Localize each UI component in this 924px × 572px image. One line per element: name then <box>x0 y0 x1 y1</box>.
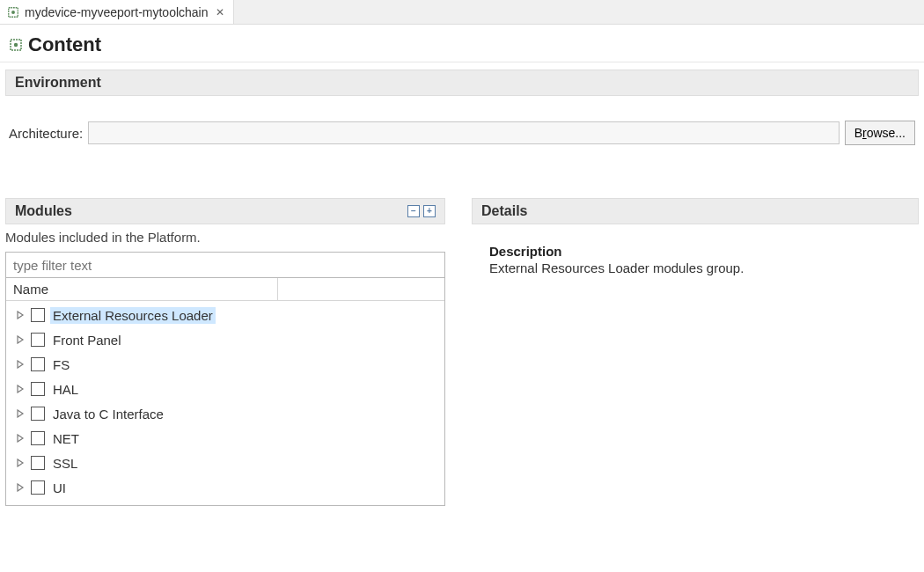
module-checkbox[interactable] <box>31 308 45 322</box>
chevron-right-icon[interactable] <box>15 482 26 493</box>
module-tree-row[interactable]: NET <box>6 426 444 451</box>
module-label: FS <box>50 356 72 373</box>
modules-header-label: Modules <box>15 203 72 219</box>
chevron-right-icon[interactable] <box>15 458 26 468</box>
environment-section: Environment Architecture: Browse... <box>5 70 919 154</box>
expand-all-icon[interactable]: + <box>423 205 436 217</box>
architecture-label: Architecture: <box>9 126 83 141</box>
module-tree-row[interactable]: Front Panel <box>6 327 444 352</box>
svg-point-1 <box>11 11 15 14</box>
module-checkbox[interactable] <box>31 431 45 445</box>
chevron-right-icon[interactable] <box>15 334 26 345</box>
module-tree-row[interactable]: FS <box>6 352 444 377</box>
architecture-input[interactable] <box>88 121 839 144</box>
modules-section: Modules − + Modules included in the Plat… <box>5 198 445 506</box>
module-tree-row[interactable]: External Resources Loader <box>6 303 444 327</box>
details-description-text: External Resources Loader modules group. <box>489 260 919 275</box>
environment-body: Architecture: Browse... <box>5 96 919 154</box>
page-title: Content <box>28 33 101 56</box>
module-label: Java to C Interface <box>50 406 166 422</box>
details-section: Details Description External Resources L… <box>472 198 919 506</box>
details-header-label: Details <box>481 203 527 219</box>
module-tree-row[interactable]: Java to C Interface <box>6 401 444 426</box>
modules-tree: Name External Resources LoaderFront Pane… <box>5 278 445 506</box>
module-label: UI <box>50 480 69 496</box>
column-separator[interactable] <box>277 278 278 300</box>
module-label: HAL <box>50 381 81 398</box>
editor-tab-title: mydevice-myveeport-mytoolchain <box>25 5 209 19</box>
module-checkbox[interactable] <box>31 333 45 347</box>
chevron-right-icon[interactable] <box>15 359 26 370</box>
chevron-right-icon[interactable] <box>15 408 26 419</box>
modules-tree-header: Name <box>6 278 444 301</box>
platform-file-icon <box>7 6 19 18</box>
page-title-row: Content <box>0 25 924 62</box>
modules-filter-input[interactable] <box>5 252 445 278</box>
chevron-right-icon[interactable] <box>15 310 26 320</box>
editor-tab-bar: mydevice-myveeport-mytoolchain ✕ <box>0 0 924 25</box>
modules-section-header: Modules − + <box>5 198 445 224</box>
module-checkbox[interactable] <box>31 382 45 396</box>
modules-column-name[interactable]: Name <box>13 282 277 297</box>
chevron-right-icon[interactable] <box>15 433 26 444</box>
modules-description: Modules included in the Platform. <box>5 224 445 252</box>
module-label: SSL <box>50 455 80 472</box>
module-checkbox[interactable] <box>31 456 45 470</box>
content-file-icon <box>9 38 23 52</box>
module-label: Front Panel <box>50 332 124 348</box>
svg-point-3 <box>14 43 18 47</box>
details-description-label: Description <box>489 244 919 259</box>
editor-tab[interactable]: mydevice-myveeport-mytoolchain ✕ <box>0 0 234 24</box>
collapse-all-icon[interactable]: − <box>407 205 420 217</box>
close-icon[interactable]: ✕ <box>214 6 226 18</box>
details-section-header: Details <box>472 198 919 224</box>
environment-header-label: Environment <box>15 75 101 91</box>
module-label: NET <box>50 430 82 447</box>
module-checkbox[interactable] <box>31 407 45 421</box>
module-tree-row[interactable]: UI <box>6 475 444 500</box>
browse-button[interactable]: Browse... <box>845 121 915 145</box>
module-tree-row[interactable]: SSL <box>6 451 444 475</box>
chevron-right-icon[interactable] <box>15 384 26 394</box>
module-checkbox[interactable] <box>31 357 45 371</box>
modules-tree-body: External Resources LoaderFront PanelFSHA… <box>6 301 444 505</box>
module-checkbox[interactable] <box>31 480 45 495</box>
module-label: External Resources Loader <box>50 307 216 324</box>
module-tree-row[interactable]: HAL <box>6 377 444 401</box>
environment-section-header: Environment <box>5 70 919 96</box>
